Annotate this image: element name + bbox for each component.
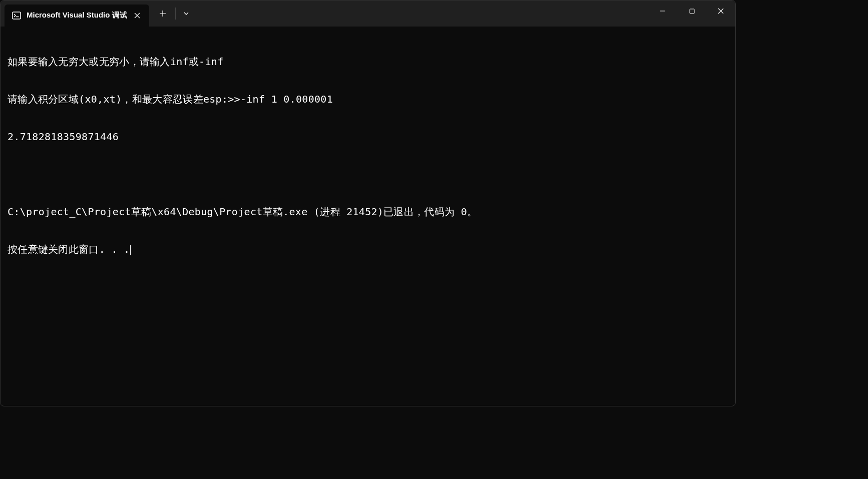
terminal-line: C:\project_C\Project草稿\x64\Debug\Project… bbox=[8, 206, 728, 218]
new-tab-button[interactable] bbox=[153, 5, 172, 23]
tab-dropdown-button[interactable] bbox=[178, 5, 195, 23]
minimize-button[interactable] bbox=[648, 1, 677, 22]
terminal-text: 按任意键关闭此窗口. . . bbox=[8, 243, 130, 255]
svg-rect-0 bbox=[13, 12, 21, 19]
maximize-button[interactable] bbox=[677, 1, 706, 22]
titlebar-left: Microsoft Visual Studio 调试 bbox=[1, 1, 195, 27]
terminal-line: 按任意键关闭此窗口. . . bbox=[8, 243, 728, 256]
terminal-line: 如果要输入无穷大或无穷小，请输入inf或-inf bbox=[8, 56, 728, 68]
terminal-tab[interactable]: Microsoft Visual Studio 调试 bbox=[5, 5, 149, 27]
terminal-line: 2.7182818359871446 bbox=[8, 131, 728, 143]
terminal-window: Microsoft Visual Studio 调试 bbox=[0, 0, 736, 406]
svg-rect-7 bbox=[690, 9, 694, 14]
terminal-line: 请输入积分区域(x0,xt)，和最大容忍误差esp:>>-inf 1 0.000… bbox=[8, 93, 728, 106]
tab-close-button[interactable] bbox=[131, 10, 143, 22]
tab-title: Microsoft Visual Studio 调试 bbox=[27, 11, 127, 20]
terminal-output[interactable]: 如果要输入无穷大或无穷小，请输入inf或-inf 请输入积分区域(x0,xt)，… bbox=[1, 27, 735, 285]
titlebar[interactable]: Microsoft Visual Studio 调试 bbox=[1, 1, 735, 27]
terminal-line bbox=[8, 168, 728, 181]
terminal-icon bbox=[12, 11, 22, 21]
tab-divider bbox=[175, 8, 176, 20]
window-controls bbox=[648, 1, 735, 27]
window-close-button[interactable] bbox=[706, 1, 735, 22]
cursor bbox=[130, 245, 131, 255]
